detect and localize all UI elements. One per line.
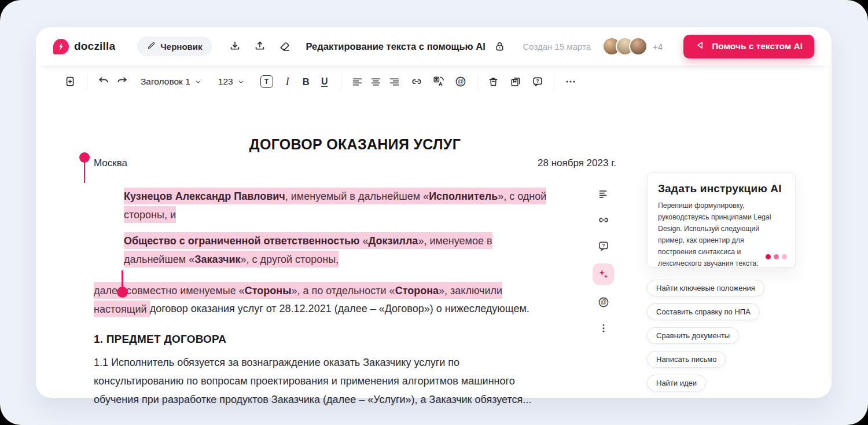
mention-icon[interactable]: @ — [595, 294, 612, 311]
text-line[interactable]: дальнейшем «Заказчик», с другой стороны, — [124, 250, 616, 268]
svg-text:?: ? — [602, 243, 605, 248]
align-right-icon[interactable] — [385, 72, 404, 91]
draft-status-pill[interactable]: Черновик — [137, 36, 212, 56]
ai-card-title: Задать инструкцию AI — [658, 182, 785, 195]
text-line[interactable]: Кузнецов Александр Павлович, именуемый в… — [124, 186, 616, 205]
format-toolbar: Заголовок 1 123 T I B U — [36, 65, 832, 98]
typing-indicator — [766, 254, 787, 259]
file-actions — [227, 39, 292, 54]
doczilla-logo-icon — [53, 39, 69, 54]
svg-text:?: ? — [536, 78, 539, 84]
text-style-icon[interactable]: T — [258, 72, 276, 91]
toolbar-divider — [477, 74, 477, 89]
ai-card-body: Перепиши формулировку, руководствуясь пр… — [658, 200, 774, 269]
list-style-value: 123 — [218, 76, 233, 87]
upload-icon[interactable] — [252, 39, 267, 54]
redo-icon[interactable] — [113, 72, 131, 91]
ai-suggestion-button[interactable]: Найти ключевые положения — [647, 280, 764, 296]
created-date: Создан 15 марта — [523, 42, 591, 52]
help-bubble-icon[interactable]: ? — [528, 72, 547, 91]
mention-icon[interactable]: @ — [451, 72, 470, 91]
list-style-select[interactable]: 123 — [214, 76, 249, 87]
paragraph-executor[interactable]: Кузнецов Александр Павлович, именуемый в… — [124, 186, 616, 224]
draft-status-label: Черновик — [160, 42, 202, 52]
lock-icon[interactable] — [492, 39, 507, 54]
paragraph-subject[interactable]: 1.1 Исполнитель обязуется за вознагражде… — [94, 353, 616, 409]
section-heading[interactable]: 1. ПРЕДМЕТ ДОГОВОРА — [94, 333, 616, 346]
summary-icon[interactable] — [595, 185, 612, 203]
ai-suggestion-button[interactable]: Найти идеи — [647, 375, 706, 391]
desktop-background: doczilla Черновик Редактирование — [0, 0, 868, 425]
ai-suggestions: Найти ключевые положенияСоставить справк… — [647, 280, 764, 391]
link-icon[interactable] — [595, 211, 612, 229]
editor-window: doczilla Черновик Редактирование — [36, 27, 832, 398]
svg-text:@: @ — [458, 78, 464, 85]
svg-text:@: @ — [600, 299, 606, 305]
chevron-down-icon — [237, 78, 245, 86]
italic-icon[interactable]: I — [278, 72, 297, 91]
bold-icon[interactable]: B — [297, 72, 315, 91]
ai-help-button[interactable]: Помочь с текстом AI — [683, 35, 814, 58]
extra-collaborators-count[interactable]: +4 — [653, 42, 663, 52]
more-options-icon[interactable] — [561, 72, 580, 91]
text-line[interactable]: обучения при разработке продуктов Заказч… — [94, 390, 616, 409]
eraser-icon[interactable] — [277, 39, 292, 54]
align-center-icon[interactable] — [367, 72, 385, 91]
text-line[interactable]: стороны, и — [124, 205, 616, 224]
contract-meta: Москва 28 ноября 2023 г. — [94, 157, 616, 169]
chevron-down-icon — [194, 78, 202, 86]
bookmark-pages-icon[interactable] — [506, 72, 525, 91]
toolbar-divider — [341, 74, 341, 89]
align-left-icon[interactable] — [348, 72, 367, 91]
top-bar: doczilla Черновик Редактирование — [36, 27, 832, 65]
download-icon[interactable] — [227, 39, 242, 54]
cursor-icon — [695, 40, 705, 53]
text-line[interactable]: далее совместно именуемые «Стороны», а п… — [94, 281, 616, 299]
brand[interactable]: doczilla — [53, 39, 115, 54]
ai-suggestion-button[interactable]: Сравнить документы — [647, 327, 739, 344]
ai-sparkles-icon[interactable] — [593, 263, 614, 285]
new-document-icon[interactable] — [61, 72, 80, 91]
toolbar-divider — [554, 74, 554, 89]
selection-end-stem — [122, 270, 123, 288]
document-name: Редактирование текста с помощью AI — [306, 41, 486, 52]
help-bubble-icon[interactable]: ? — [595, 237, 612, 255]
trash-icon[interactable] — [484, 72, 503, 91]
link-icon[interactable] — [407, 72, 426, 91]
heading-style-value: Заголовок 1 — [141, 76, 190, 87]
selection-end-dot[interactable] — [117, 287, 128, 298]
text-line[interactable]: консультированию по вопросам проектирова… — [94, 372, 616, 390]
ai-suggestion-button[interactable]: Составить справку по НПА — [647, 303, 760, 320]
toolbar-divider — [87, 74, 87, 89]
brand-name: doczilla — [74, 40, 115, 53]
underline-icon[interactable]: U — [315, 72, 334, 91]
text-line[interactable]: настоящий договор оказания услуг от 28.1… — [94, 299, 616, 318]
ai-instruction-card: Задать инструкцию AI Перепиши формулиров… — [647, 172, 796, 268]
ai-help-label: Помочь с текстом AI — [712, 41, 803, 52]
text-line[interactable]: Общество с ограниченной ответственностью… — [124, 231, 616, 250]
paragraph-parties[interactable]: далее совместно именуемые «Стороны», а п… — [94, 281, 616, 318]
undo-icon[interactable] — [94, 72, 113, 91]
document-canvas[interactable]: ДОГОВОР ОКАЗАНИЯ УСЛУГ Москва 28 ноября … — [94, 136, 616, 409]
pencil-icon — [147, 41, 156, 52]
contract-city[interactable]: Москва — [94, 157, 127, 169]
avatar[interactable] — [629, 37, 648, 56]
contract-date[interactable]: 28 ноября 2023 г. — [538, 157, 616, 169]
heading-style-select[interactable]: Заголовок 1 — [136, 76, 207, 87]
top-bar-right: Создан 15 марта +4 Помочь с текстом AI — [523, 35, 814, 58]
text-line[interactable]: 1.1 Исполнитель обязуется за вознагражде… — [94, 353, 616, 372]
collaborator-avatars[interactable] — [602, 37, 648, 56]
translate-icon[interactable] — [429, 72, 448, 91]
contract-title[interactable]: ДОГОВОР ОКАЗАНИЯ УСЛУГ — [94, 136, 616, 153]
more-vertical-icon[interactable] — [595, 320, 612, 337]
selection-start-stem — [84, 161, 86, 183]
paragraph-customer[interactable]: Общество с ограниченной ответственностью… — [124, 231, 616, 268]
side-rail: ? @ — [593, 185, 614, 337]
ai-suggestion-button[interactable]: Написать письмо — [647, 351, 726, 368]
